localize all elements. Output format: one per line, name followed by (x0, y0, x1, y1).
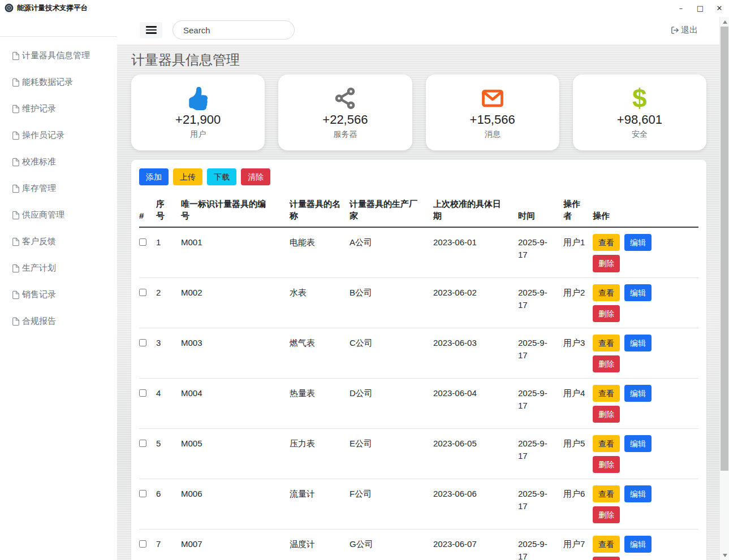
sidebar-item[interactable]: 销售记录 (0, 281, 117, 308)
view-button[interactable]: 查看 (593, 536, 620, 553)
sidebar-item-label: 生产计划 (22, 263, 56, 274)
close-icon[interactable]: ✕ (710, 1, 729, 15)
table-row: 5 M005 压力表 E公司 2023-06-05 2025-9-17 用户5 … (139, 428, 698, 479)
cell-name: 热量表 (290, 378, 350, 428)
view-button[interactable]: 查看 (593, 234, 620, 251)
table-row: 4 M004 热量表 D公司 2023-06-04 2025-9-17 用户4 … (139, 378, 698, 428)
scroll-up-icon[interactable] (720, 17, 729, 27)
file-icon (11, 131, 20, 140)
cell-seq: 7 (156, 529, 181, 560)
sidebar-item[interactable]: 操作员记录 (0, 122, 117, 149)
cell-time: 2025-9-17 (518, 428, 563, 479)
sidebar-item-label: 供应商管理 (22, 210, 64, 220)
hamburger-menu-icon[interactable] (140, 22, 162, 38)
cell-code: M006 (181, 479, 290, 529)
maximize-icon[interactable]: □ (691, 1, 710, 15)
row-checkbox[interactable] (139, 339, 146, 346)
sidebar: 计量器具信息管理 能耗数据记录 维护记录 (0, 16, 117, 560)
sidebar-item-label: 校准标准 (22, 157, 56, 167)
logout-icon (671, 26, 679, 34)
edit-button[interactable]: 编辑 (624, 385, 652, 402)
column-header-code: 唯一标识计量器具的编号 (181, 193, 290, 227)
table-row: 6 M006 流量计 F公司 2023-06-06 2025-9-17 用户6 … (139, 479, 698, 529)
edit-button[interactable]: 编辑 (624, 234, 652, 251)
minimize-icon[interactable]: – (671, 1, 691, 15)
sidebar-item[interactable]: 生产计划 (0, 255, 117, 281)
sidebar-item[interactable]: 能耗数据记录 (0, 69, 117, 95)
cell-seq: 4 (156, 378, 181, 428)
logout-label: 退出 (681, 25, 698, 36)
app-logo-icon (5, 3, 14, 12)
delete-button[interactable]: 删除 (593, 355, 620, 372)
cell-maker: B公司 (350, 277, 433, 328)
row-checkbox[interactable] (139, 289, 146, 296)
sidebar-item[interactable]: 客户反馈 (0, 228, 117, 255)
row-checkbox[interactable] (139, 440, 146, 447)
delete-button[interactable]: 删除 (593, 305, 620, 322)
cell-maker: F公司 (350, 479, 433, 529)
view-button[interactable]: 查看 (593, 284, 620, 301)
clear-button[interactable]: 清除 (241, 168, 270, 185)
file-icon (11, 264, 20, 273)
cell-time: 2025-9-17 (518, 529, 563, 560)
cell-name: 电能表 (290, 227, 350, 277)
upload-button[interactable]: 上传 (173, 168, 202, 185)
sidebar-item[interactable]: 计量器具信息管理 (0, 42, 117, 69)
sidebar-item-label: 销售记录 (22, 289, 56, 300)
row-checkbox[interactable] (139, 540, 146, 548)
scrollbar-thumb[interactable] (721, 27, 728, 471)
view-button[interactable]: 查看 (593, 435, 620, 452)
row-checkbox[interactable] (139, 238, 146, 246)
main-header: 退出 (117, 16, 729, 44)
delete-button[interactable]: 删除 (593, 255, 620, 272)
thumbs-up-icon (186, 85, 210, 111)
edit-button[interactable]: 编辑 (624, 485, 652, 502)
row-actions: 查看 编辑 删除 (593, 385, 663, 423)
cell-time: 2025-9-17 (518, 277, 563, 328)
view-button[interactable]: 查看 (593, 485, 620, 502)
view-button[interactable]: 查看 (593, 385, 620, 402)
column-header-maker: 计量器具的生产厂家 (350, 193, 433, 227)
table-row: 1 M001 电能表 A公司 2023-06-01 2025-9-17 用户1 … (139, 227, 698, 277)
edit-button[interactable]: 编辑 (624, 284, 652, 301)
download-button[interactable]: 下载 (207, 168, 236, 185)
edit-button[interactable]: 编辑 (624, 335, 652, 351)
cell-operator: 用户3 (563, 328, 593, 378)
sidebar-item[interactable]: 维护记录 (0, 95, 117, 122)
file-icon (11, 78, 20, 87)
sidebar-item-label: 计量器具信息管理 (22, 50, 90, 61)
file-icon (11, 317, 20, 326)
dollar-icon: $ (632, 85, 647, 111)
cell-maker: G公司 (350, 529, 433, 560)
stat-card-messages: +15,566 消息 (426, 75, 559, 150)
cell-seq: 3 (156, 328, 181, 378)
add-button[interactable]: 添加 (139, 168, 169, 185)
row-checkbox[interactable] (139, 389, 146, 397)
delete-button[interactable]: 删除 (593, 456, 620, 473)
delete-button[interactable]: 删除 (593, 557, 620, 560)
cell-operator: 用户2 (563, 277, 593, 328)
sidebar-item[interactable]: 合规报告 (0, 308, 117, 335)
cell-date: 2023-06-02 (433, 277, 518, 328)
cell-code: M002 (181, 277, 290, 328)
delete-button[interactable]: 删除 (593, 406, 620, 423)
cell-name: 燃气表 (290, 328, 350, 378)
row-checkbox[interactable] (139, 490, 146, 497)
sidebar-item-label: 维护记录 (22, 103, 56, 114)
scroll-down-icon[interactable] (720, 550, 729, 560)
sidebar-item[interactable]: 库存管理 (0, 175, 117, 202)
cell-operator: 用户1 (563, 227, 593, 277)
row-actions: 查看 编辑 删除 (593, 335, 663, 372)
search-input[interactable] (183, 25, 296, 35)
edit-button[interactable]: 编辑 (624, 435, 652, 452)
cell-seq: 1 (156, 227, 181, 277)
logout-button[interactable]: 退出 (671, 25, 698, 36)
cell-code: M001 (181, 227, 290, 277)
file-icon (11, 184, 20, 193)
edit-button[interactable]: 编辑 (624, 536, 652, 553)
sidebar-item[interactable]: 供应商管理 (0, 202, 117, 228)
view-button[interactable]: 查看 (593, 335, 620, 351)
sidebar-item[interactable]: 校准标准 (0, 149, 117, 175)
delete-button[interactable]: 删除 (593, 506, 620, 523)
column-header-date: 上次校准的具体日期 (433, 193, 518, 227)
